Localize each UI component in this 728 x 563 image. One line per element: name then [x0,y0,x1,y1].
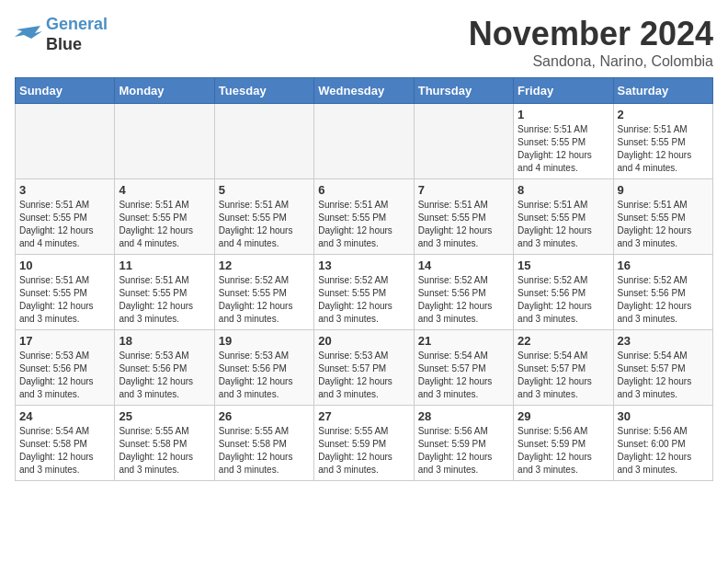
logo: General Blue [15,15,108,54]
day-number: 5 [219,183,310,197]
svg-marker-0 [15,26,42,39]
day-info: Sunrise: 5:51 AM Sunset: 5:55 PM Dayligh… [219,199,310,250]
day-info: Sunrise: 5:51 AM Sunset: 5:55 PM Dayligh… [618,199,709,250]
calendar-day-cell: 24Sunrise: 5:54 AM Sunset: 5:58 PM Dayli… [16,406,115,481]
day-number: 7 [418,183,509,197]
day-info: Sunrise: 5:51 AM Sunset: 5:55 PM Dayligh… [418,199,509,250]
weekday-header-cell: Wednesday [314,78,414,104]
weekday-header-row: SundayMondayTuesdayWednesdayThursdayFrid… [16,78,713,104]
day-info: Sunrise: 5:54 AM Sunset: 5:57 PM Dayligh… [518,350,609,401]
day-number: 4 [119,183,210,197]
day-info: Sunrise: 5:55 AM Sunset: 5:59 PM Dayligh… [318,425,409,477]
weekday-header-cell: Monday [115,78,214,104]
calendar-table: SundayMondayTuesdayWednesdayThursdayFrid… [15,77,713,481]
calendar-day-cell: 17Sunrise: 5:53 AM Sunset: 5:56 PM Dayli… [16,330,115,406]
calendar-day-cell: 11Sunrise: 5:51 AM Sunset: 5:55 PM Dayli… [115,255,214,330]
day-number: 29 [518,409,609,423]
calendar-day-cell: 20Sunrise: 5:53 AM Sunset: 5:57 PM Dayli… [314,330,414,406]
day-info: Sunrise: 5:51 AM Sunset: 5:55 PM Dayligh… [618,123,709,175]
day-number: 15 [518,259,609,272]
day-number: 22 [518,334,609,348]
weekday-header-cell: Tuesday [214,78,313,104]
day-info: Sunrise: 5:51 AM Sunset: 5:55 PM Dayligh… [119,199,210,250]
calendar-day-cell: 26Sunrise: 5:55 AM Sunset: 5:58 PM Dayli… [214,406,313,481]
calendar-body: 1Sunrise: 5:51 AM Sunset: 5:55 PM Daylig… [16,104,713,481]
day-info: Sunrise: 5:52 AM Sunset: 5:56 PM Dayligh… [418,274,509,326]
day-number: 27 [318,409,409,423]
logo-text: General Blue [46,15,108,54]
calendar-day-cell: 3Sunrise: 5:51 AM Sunset: 5:55 PM Daylig… [16,179,115,255]
day-number: 13 [318,259,409,272]
day-number: 21 [418,334,509,348]
day-info: Sunrise: 5:54 AM Sunset: 5:58 PM Dayligh… [19,425,110,477]
day-info: Sunrise: 5:51 AM Sunset: 5:55 PM Dayligh… [19,199,110,250]
day-info: Sunrise: 5:52 AM Sunset: 5:55 PM Dayligh… [318,274,409,326]
day-info: Sunrise: 5:51 AM Sunset: 5:55 PM Dayligh… [318,199,409,250]
calendar-day-cell: 21Sunrise: 5:54 AM Sunset: 5:57 PM Dayli… [414,330,513,406]
calendar-day-cell: 5Sunrise: 5:51 AM Sunset: 5:55 PM Daylig… [214,179,313,255]
day-number: 18 [119,334,210,348]
day-number: 25 [119,409,210,423]
calendar-day-cell: 28Sunrise: 5:56 AM Sunset: 5:59 PM Dayli… [414,406,513,481]
day-info: Sunrise: 5:51 AM Sunset: 5:55 PM Dayligh… [518,123,609,175]
day-number: 23 [618,334,709,348]
day-number: 10 [19,259,110,272]
day-number: 3 [19,183,110,197]
day-number: 2 [618,108,709,121]
calendar-day-cell: 16Sunrise: 5:52 AM Sunset: 5:56 PM Dayli… [613,255,712,330]
day-info: Sunrise: 5:53 AM Sunset: 5:56 PM Dayligh… [119,350,210,401]
day-info: Sunrise: 5:56 AM Sunset: 5:59 PM Dayligh… [518,425,609,477]
calendar-day-cell [16,104,115,179]
calendar-day-cell: 23Sunrise: 5:54 AM Sunset: 5:57 PM Dayli… [613,330,712,406]
day-number: 19 [219,334,310,348]
calendar-day-cell: 14Sunrise: 5:52 AM Sunset: 5:56 PM Dayli… [414,255,513,330]
day-number: 28 [418,409,509,423]
calendar-day-cell: 10Sunrise: 5:51 AM Sunset: 5:55 PM Dayli… [16,255,115,330]
day-number: 12 [219,259,310,272]
day-info: Sunrise: 5:53 AM Sunset: 5:56 PM Dayligh… [219,350,310,401]
day-number: 24 [19,409,110,423]
month-title: November 2024 [469,15,713,53]
calendar-day-cell [214,104,313,179]
calendar-day-cell: 19Sunrise: 5:53 AM Sunset: 5:56 PM Dayli… [214,330,313,406]
day-info: Sunrise: 5:55 AM Sunset: 5:58 PM Dayligh… [119,425,210,477]
calendar-day-cell: 12Sunrise: 5:52 AM Sunset: 5:55 PM Dayli… [214,255,313,330]
weekday-header-cell: Thursday [414,78,513,104]
calendar-day-cell: 29Sunrise: 5:56 AM Sunset: 5:59 PM Dayli… [514,406,613,481]
calendar-day-cell: 25Sunrise: 5:55 AM Sunset: 5:58 PM Dayli… [115,406,214,481]
day-info: Sunrise: 5:56 AM Sunset: 6:00 PM Dayligh… [618,425,709,477]
calendar-day-cell: 18Sunrise: 5:53 AM Sunset: 5:56 PM Dayli… [115,330,214,406]
calendar-week-row: 24Sunrise: 5:54 AM Sunset: 5:58 PM Dayli… [16,406,713,481]
day-number: 17 [19,334,110,348]
day-number: 11 [119,259,210,272]
weekday-header-cell: Sunday [16,78,115,104]
calendar-day-cell: 8Sunrise: 5:51 AM Sunset: 5:55 PM Daylig… [514,179,613,255]
calendar-week-row: 3Sunrise: 5:51 AM Sunset: 5:55 PM Daylig… [16,179,713,255]
day-number: 8 [518,183,609,197]
day-number: 9 [618,183,709,197]
calendar-day-cell: 9Sunrise: 5:51 AM Sunset: 5:55 PM Daylig… [613,179,712,255]
calendar-day-cell: 13Sunrise: 5:52 AM Sunset: 5:55 PM Dayli… [314,255,414,330]
day-info: Sunrise: 5:55 AM Sunset: 5:58 PM Dayligh… [219,425,310,477]
day-number: 6 [318,183,409,197]
calendar-day-cell: 15Sunrise: 5:52 AM Sunset: 5:56 PM Dayli… [514,255,613,330]
day-info: Sunrise: 5:56 AM Sunset: 5:59 PM Dayligh… [418,425,509,477]
title-area: November 2024 Sandona, Narino, Colombia [469,15,713,70]
calendar-day-cell: 7Sunrise: 5:51 AM Sunset: 5:55 PM Daylig… [414,179,513,255]
day-info: Sunrise: 5:53 AM Sunset: 5:57 PM Dayligh… [318,350,409,401]
calendar-day-cell: 6Sunrise: 5:51 AM Sunset: 5:55 PM Daylig… [314,179,414,255]
logo-icon [15,24,42,46]
calendar-day-cell: 1Sunrise: 5:51 AM Sunset: 5:55 PM Daylig… [514,104,613,179]
calendar-day-cell [414,104,513,179]
weekday-header-cell: Saturday [613,78,712,104]
day-number: 16 [618,259,709,272]
calendar-day-cell: 30Sunrise: 5:56 AM Sunset: 6:00 PM Dayli… [613,406,712,481]
calendar-week-row: 10Sunrise: 5:51 AM Sunset: 5:55 PM Dayli… [16,255,713,330]
header: General Blue November 2024 Sandona, Nari… [15,15,713,70]
location-title: Sandona, Narino, Colombia [469,53,713,70]
day-info: Sunrise: 5:51 AM Sunset: 5:55 PM Dayligh… [119,274,210,326]
day-number: 14 [418,259,509,272]
calendar-day-cell [314,104,414,179]
calendar-day-cell [115,104,214,179]
calendar-week-row: 1Sunrise: 5:51 AM Sunset: 5:55 PM Daylig… [16,104,713,179]
